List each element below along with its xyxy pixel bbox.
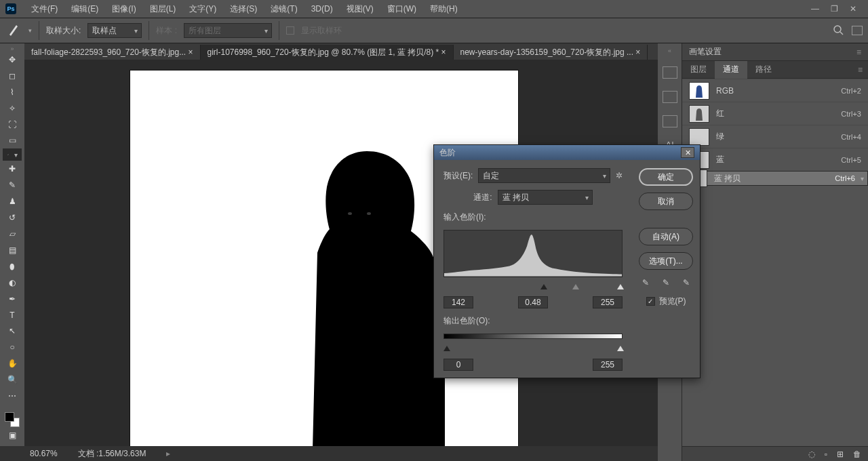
- input-slider[interactable]: [443, 284, 623, 290]
- channels-list: RGBCtrl+2 红Ctrl+3 绿Ctrl+4 蓝Ctrl+5 蓝 拷贝Ct…: [682, 79, 868, 446]
- load-selection-icon[interactable]: ◌: [808, 449, 815, 459]
- channel-row[interactable]: 红Ctrl+3: [682, 102, 868, 125]
- eyedropper-tool[interactable]: [3, 148, 22, 161]
- window-close-icon[interactable]: ✕: [844, 2, 863, 16]
- preview-checkbox[interactable]: ✓预览(P): [646, 296, 686, 307]
- svg-point-3: [367, 212, 371, 215]
- ok-button[interactable]: 确定: [639, 168, 693, 186]
- zoom-tool[interactable]: 🔍: [3, 372, 22, 388]
- healing-tool[interactable]: ✚: [3, 161, 22, 177]
- eraser-tool[interactable]: ▱: [3, 226, 22, 242]
- hand-tool[interactable]: ✋: [3, 355, 22, 372]
- chevron-down-icon[interactable]: ▾: [28, 27, 32, 34]
- input-white-field[interactable]: [593, 296, 623, 308]
- output-slider[interactable]: [443, 346, 623, 352]
- delete-channel-icon[interactable]: 🗑: [853, 449, 861, 459]
- menu-help[interactable]: 帮助(H): [423, 0, 465, 18]
- document-tab[interactable]: fall-foliage-2822593_960_720-恢复的.jpg... …: [24, 45, 201, 60]
- channel-thumb: [689, 82, 709, 100]
- gradient-tool[interactable]: ▤: [3, 242, 22, 258]
- doc-size[interactable]: 文档 :1.56M/3.63M: [78, 448, 146, 460]
- menu-type[interactable]: 文字(Y): [182, 0, 223, 18]
- brush-panel-icon[interactable]: [663, 66, 677, 79]
- dialog-close-button[interactable]: ✕: [681, 147, 694, 158]
- menu-edit[interactable]: 编辑(E): [64, 0, 105, 18]
- pen-tool[interactable]: ✒: [3, 291, 22, 307]
- type-tool[interactable]: T: [3, 307, 22, 323]
- wand-tool[interactable]: ✧: [3, 100, 22, 117]
- menu-window[interactable]: 窗口(W): [380, 0, 423, 18]
- channel-row[interactable]: 绿Ctrl+4: [682, 125, 868, 148]
- active-tool-icon[interactable]: [5, 22, 22, 39]
- black-eyedropper-icon[interactable]: ✎: [639, 277, 652, 289]
- tab-channels[interactable]: 通道: [715, 61, 747, 79]
- brush-settings-title[interactable]: 画笔设置≡: [682, 43, 868, 61]
- strip-collapse-icon[interactable]: «: [668, 47, 671, 54]
- menu-select[interactable]: 选择(S): [223, 0, 264, 18]
- input-gamma-field[interactable]: [518, 296, 548, 308]
- document-tab[interactable]: girl-1076998_960_720-恢复的.jpg @ 80.7% (图层…: [201, 45, 454, 60]
- sample-size-select[interactable]: 取样点: [87, 23, 142, 38]
- dialog-titlebar[interactable]: 色阶 ✕: [434, 145, 700, 160]
- auto-button[interactable]: 自动(A): [639, 228, 693, 245]
- clone-tool[interactable]: ♟: [3, 193, 22, 209]
- color-swatches[interactable]: [5, 412, 20, 427]
- cancel-button[interactable]: 取消: [639, 193, 693, 210]
- tab-layers[interactable]: 图层: [682, 61, 715, 79]
- strip-grip-icon[interactable]: »: [3, 46, 22, 52]
- crop-tool[interactable]: ⛶: [3, 117, 22, 133]
- menu-image[interactable]: 图像(I): [105, 0, 142, 18]
- menu-file[interactable]: 文件(F): [24, 0, 64, 18]
- frame-tool[interactable]: ▭: [3, 133, 22, 149]
- search-icon[interactable]: [833, 24, 844, 37]
- marquee-tool[interactable]: ◻: [3, 68, 22, 84]
- char-panel-icon[interactable]: [663, 115, 677, 127]
- gray-eyedropper-icon[interactable]: ✎: [660, 277, 672, 289]
- window-restore-icon[interactable]: ❐: [825, 2, 844, 16]
- blur-tool[interactable]: ⬮: [3, 258, 22, 275]
- quickmask-icon[interactable]: ▣: [3, 427, 22, 443]
- channel-row[interactable]: 蓝 拷贝Ctrl+6: [682, 171, 868, 186]
- menu-filter[interactable]: 滤镜(T): [264, 0, 304, 18]
- tab-paths[interactable]: 路径: [747, 61, 780, 79]
- history-brush-tool[interactable]: ↺: [3, 209, 22, 226]
- output-gradient[interactable]: [443, 334, 623, 339]
- menu-layer[interactable]: 图层(L): [143, 0, 183, 18]
- shape-tool[interactable]: ○: [3, 339, 22, 355]
- sample-layers-select: 所有图层: [184, 23, 272, 38]
- chevron-right-icon[interactable]: ▸: [166, 449, 170, 458]
- workspace-icon[interactable]: [852, 26, 863, 35]
- svg-line-1: [840, 32, 843, 35]
- channel-row[interactable]: RGBCtrl+2: [682, 79, 868, 102]
- zoom-level[interactable]: 80.67%: [30, 449, 58, 458]
- panel-footer: ◌ ▫ ⊞ 🗑: [682, 446, 868, 461]
- window-minimize-icon[interactable]: —: [806, 2, 825, 16]
- channel-row[interactable]: 蓝Ctrl+5: [682, 148, 868, 171]
- brush-tool[interactable]: ✎: [3, 177, 22, 193]
- options-button[interactable]: 选项(T)...: [639, 252, 693, 270]
- dodge-tool[interactable]: ◐: [3, 275, 22, 291]
- channel-thumb: [689, 128, 709, 146]
- document-tab[interactable]: new-years-day-1356159_960_720-恢复的.jpg ..…: [454, 45, 648, 60]
- preset-select[interactable]: 自定: [478, 168, 610, 183]
- preset-label: 预设(E):: [443, 170, 473, 182]
- lasso-tool[interactable]: ⌇: [3, 84, 22, 100]
- white-eyedropper-icon[interactable]: ✎: [680, 277, 692, 289]
- panel-menu-icon[interactable]: ≡: [852, 65, 868, 75]
- channel-label: 通道:: [473, 192, 492, 203]
- menu-3d[interactable]: 3D(D): [304, 0, 340, 18]
- output-black-field[interactable]: [443, 359, 473, 371]
- input-black-field[interactable]: [443, 296, 473, 308]
- gear-icon[interactable]: ✲: [616, 171, 623, 180]
- menu-view[interactable]: 视图(V): [340, 0, 380, 18]
- new-channel-icon[interactable]: ⊞: [837, 449, 844, 459]
- save-selection-icon[interactable]: ▫: [825, 449, 827, 459]
- adjust-panel-icon[interactable]: [663, 91, 677, 103]
- edit-toolbar[interactable]: ⋯: [3, 388, 22, 404]
- tool-strip: » ✥ ◻ ⌇ ✧ ⛶ ▭ ✚ ✎ ♟ ↺ ▱ ▤ ⬮ ◐ ✒ T ↖ ○ ✋ …: [0, 43, 24, 446]
- move-tool[interactable]: ✥: [3, 52, 22, 68]
- path-select-tool[interactable]: ↖: [3, 323, 22, 340]
- panel-menu-icon[interactable]: ≡: [856, 47, 861, 57]
- output-white-field[interactable]: [593, 359, 623, 371]
- channel-select[interactable]: 蓝 拷贝: [498, 190, 593, 205]
